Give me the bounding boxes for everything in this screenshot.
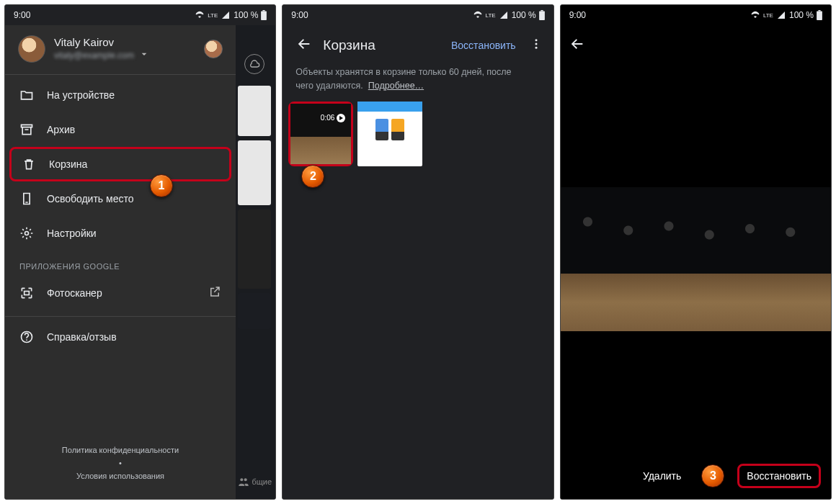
- preview-appbar: [561, 25, 831, 66]
- status-net: LTE: [208, 12, 218, 19]
- user-name: Vitaly Kairov: [54, 36, 198, 48]
- battery-icon: [261, 10, 267, 20]
- svg-point-12: [535, 47, 537, 49]
- arrow-left-icon: [569, 36, 585, 52]
- svg-point-11: [535, 43, 537, 45]
- status-time: 9:00: [569, 10, 586, 20]
- learn-more-link[interactable]: Подробнее…: [368, 81, 424, 91]
- callout-1: 1: [150, 174, 173, 197]
- navigation-drawer: Vitaly Kairov vitaly@example.com На устр…: [5, 25, 236, 499]
- svg-rect-13: [817, 12, 822, 20]
- svg-rect-5: [25, 291, 30, 294]
- drawer-item-label: Настройки: [47, 228, 97, 239]
- status-right: LTE 100 %: [750, 10, 822, 20]
- play-icon: [337, 114, 345, 122]
- drawer-item-trash[interactable]: Корзина: [9, 147, 231, 181]
- svg-rect-0: [261, 12, 267, 20]
- wifi-icon: [195, 11, 205, 19]
- back-button[interactable]: [569, 36, 585, 55]
- back-button[interactable]: [290, 36, 319, 55]
- user-email: vitaly@example.com: [54, 50, 134, 60]
- archive-icon: [19, 122, 34, 137]
- screen-3-preview: 9:00 LTE 100 % Удалить 3 Восстановить: [560, 4, 832, 500]
- status-bar: 9:00 LTE 100 %: [561, 5, 831, 25]
- status-net: LTE: [486, 12, 496, 19]
- drawer-item-archive[interactable]: Архив: [5, 112, 236, 147]
- wifi-icon: [473, 11, 483, 19]
- open-external-icon: [208, 285, 221, 300]
- svg-rect-9: [541, 10, 543, 12]
- privacy-link[interactable]: Политика конфиденциальности: [5, 446, 236, 454]
- drawer-item-label: Фотосканер: [47, 287, 102, 299]
- avatar: [18, 35, 45, 63]
- screen-1-drawer: 9:00 LTE 100 % бщие: [4, 4, 276, 500]
- screenshot-thumbnail[interactable]: [357, 102, 422, 166]
- trash-thumbnails: 0:06 2: [283, 102, 553, 166]
- svg-point-10: [535, 39, 537, 41]
- signal-icon: [221, 11, 231, 19]
- restore-button[interactable]: Восстановить: [737, 464, 821, 488]
- drawer-item-label: На устройстве: [47, 89, 115, 101]
- drawer-item-label: Справка/отзыв: [47, 331, 117, 343]
- delete-button[interactable]: Удалить: [636, 464, 688, 487]
- restore-action[interactable]: Восстановить: [445, 40, 522, 51]
- callout-3: 3: [701, 464, 724, 487]
- status-bar: 9:00 LTE 100 %: [283, 5, 553, 25]
- terms-link[interactable]: Условия использования: [5, 472, 236, 480]
- drawer-item-photoscan[interactable]: Фотосканер: [5, 275, 236, 310]
- status-battery: 100 %: [234, 10, 258, 20]
- svg-point-4: [25, 232, 29, 235]
- svg-point-7: [26, 339, 27, 341]
- more-button[interactable]: [526, 37, 546, 53]
- drawer-header[interactable]: Vitaly Kairov vitaly@example.com: [5, 25, 236, 71]
- status-time: 9:00: [14, 10, 30, 20]
- status-battery: 100 %: [789, 10, 814, 20]
- appbar: Корзина Восстановить: [283, 25, 553, 66]
- drawer-footer: Политика конфиденциальности • Условия ис…: [5, 431, 236, 499]
- callout-2: 2: [301, 165, 324, 188]
- drawer-item-free-space[interactable]: Освободить место: [5, 181, 236, 216]
- people-icon: [238, 476, 249, 487]
- account-avatar-small[interactable]: [204, 40, 223, 58]
- status-right: LTE 100 %: [473, 10, 545, 20]
- svg-point-3: [244, 478, 246, 481]
- status-battery: 100 %: [512, 10, 536, 20]
- chevron-down-icon: [138, 48, 150, 63]
- section-google-apps: ПРИЛОЖЕНИЯ GOOGLE: [5, 251, 236, 275]
- wifi-icon: [750, 11, 760, 19]
- more-vert-icon: [530, 37, 543, 50]
- background-content: бщие: [234, 25, 275, 499]
- free-space-icon: [19, 192, 34, 206]
- photoscan-icon: [19, 286, 34, 300]
- preview-image[interactable]: [561, 66, 831, 453]
- screen-2-trash: 9:00 LTE 100 % Корзина Восстановить Объе…: [282, 4, 553, 500]
- video-duration: 0:06: [321, 114, 334, 122]
- drawer-item-label: Освободить место: [47, 193, 134, 204]
- folder-icon: [19, 88, 34, 102]
- svg-point-2: [240, 478, 243, 481]
- drawer-item-device[interactable]: На устройстве: [5, 78, 236, 112]
- video-thumbnail[interactable]: 0:06: [288, 102, 353, 166]
- arrow-left-icon: [296, 36, 312, 52]
- gear-icon: [19, 226, 34, 240]
- svg-rect-8: [539, 12, 545, 20]
- page-title: Корзина: [323, 37, 441, 53]
- drawer-item-help[interactable]: Справка/отзыв: [5, 320, 236, 354]
- signal-icon: [499, 11, 509, 19]
- status-bar: 9:00 LTE 100 %: [5, 5, 275, 25]
- help-icon: [19, 330, 34, 344]
- svg-rect-14: [818, 10, 820, 12]
- status-time: 9:00: [291, 10, 308, 20]
- signal-icon: [776, 11, 786, 19]
- drawer-item-settings[interactable]: Настройки: [5, 216, 236, 251]
- drawer-item-label: Архив: [47, 124, 75, 135]
- trash-icon: [22, 157, 36, 171]
- svg-rect-1: [263, 10, 265, 12]
- bottom-tab-shared[interactable]: бщие: [234, 464, 275, 499]
- trash-info: Объекты хранятся в корзине только 60 дне…: [283, 66, 553, 102]
- battery-icon: [817, 10, 822, 20]
- cloud-icon: [244, 54, 264, 74]
- status-net: LTE: [763, 12, 773, 19]
- status-right: LTE 100 %: [195, 10, 267, 20]
- drawer-item-label: Корзина: [49, 158, 87, 170]
